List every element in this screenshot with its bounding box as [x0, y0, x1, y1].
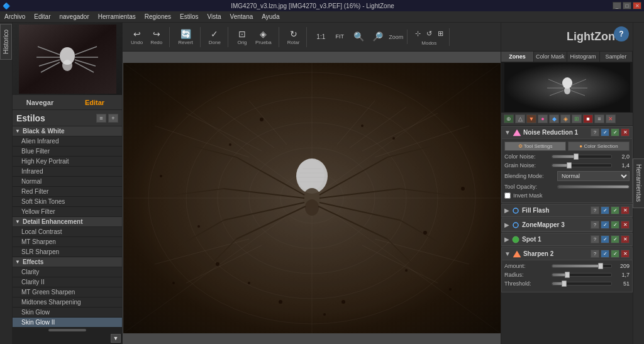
minimize-button[interactable]: _	[613, 2, 621, 9]
selection-btn[interactable]: ⊹	[413, 28, 423, 39]
color-selection-tab[interactable]: ● Color Selection	[568, 141, 630, 151]
tool-btn-8[interactable]: ■	[583, 114, 593, 123]
region-btn[interactable]: ⊞	[435, 28, 445, 39]
style-mt-sharpen[interactable]: MT Sharpen	[13, 237, 122, 247]
rotar-button[interactable]: ↻ Rotar	[284, 27, 303, 47]
invert-mask-checkbox[interactable]	[504, 192, 511, 199]
redo-button[interactable]: ↪ Redo	[147, 27, 165, 47]
threshold-slider[interactable]	[552, 282, 612, 286]
zonemapper-show-btn[interactable]: ✓	[611, 221, 619, 229]
spot1-edit-btn[interactable]: ✓	[601, 235, 609, 243]
tool-btn-10[interactable]: ✕	[606, 114, 616, 123]
fill-flash-expand[interactable]: ▶	[504, 207, 509, 214]
spot1-expand[interactable]: ▶	[504, 236, 509, 243]
window-controls[interactable]: _ □ ✕	[613, 2, 641, 9]
menu-estilos[interactable]: Estilos	[178, 13, 200, 20]
tool-btn-9[interactable]: ≡	[594, 114, 604, 123]
fill-flash-delete-btn[interactable]: ✕	[621, 206, 630, 214]
menu-navegador[interactable]: navegador	[57, 13, 91, 20]
menu-ventana[interactable]: Ventana	[228, 13, 255, 20]
prueba-button[interactable]: ◈ Prueba	[252, 27, 275, 47]
category-detail[interactable]: ▼ Detail Enhancement	[13, 217, 122, 227]
tool-settings-tab[interactable]: ⚙ Tool Settings	[504, 141, 566, 151]
tool-btn-5[interactable]: ◆	[549, 114, 559, 123]
color-noise-slider[interactable]	[552, 155, 612, 158]
style-clarity[interactable]: Clarity	[13, 267, 122, 277]
zoom-in-button[interactable]: 🔎	[369, 30, 386, 44]
menu-regiones[interactable]: Regiones	[143, 13, 173, 20]
zoom-1to1-button[interactable]: 1:1	[312, 31, 330, 43]
tab-editar[interactable]: Editar	[67, 95, 122, 109]
menu-editar[interactable]: Editar	[32, 13, 52, 20]
fill-flash-info-btn[interactable]: ?	[591, 206, 599, 214]
rotate-tool-btn[interactable]: ↺	[424, 28, 434, 39]
noise-reduction-info-btn[interactable]: ?	[591, 128, 599, 136]
noise-reduction-show-btn[interactable]: ✓	[611, 128, 619, 136]
sharpen2-expand[interactable]: ▼	[504, 250, 511, 257]
revert-button[interactable]: 🔄 Revert	[175, 27, 196, 47]
style-high-key-portrait[interactable]: High Key Portrait	[13, 157, 122, 167]
spot1-info-btn[interactable]: ?	[591, 235, 599, 243]
tool-btn-1[interactable]: ⊕	[504, 114, 514, 123]
tab-sampler[interactable]: Sampler	[600, 52, 633, 62]
tool-btn-2[interactable]: △	[515, 114, 525, 123]
fill-flash-show-btn[interactable]: ✓	[611, 206, 619, 214]
noise-reduction-expand[interactable]: ▼	[504, 129, 511, 136]
spot1-delete-btn[interactable]: ✕	[621, 235, 630, 243]
styles-list[interactable]: ▼ Black & White Alien Infrared Blue Filt…	[13, 126, 122, 328]
style-skin-glow-ii[interactable]: Skin Glow II	[13, 318, 122, 328]
tool-btn-3[interactable]: ▼	[526, 114, 536, 123]
noise-reduction-edit-btn[interactable]: ✓	[601, 128, 609, 136]
radius-slider[interactable]	[552, 273, 612, 277]
herramientas-label[interactable]: Herramientas	[633, 158, 644, 208]
sharpen2-info-btn[interactable]: ?	[591, 250, 599, 258]
style-skin-glow[interactable]: Skin Glow	[13, 308, 122, 318]
style-alien-infrared[interactable]: Alien Infrared	[13, 136, 122, 147]
menu-vista[interactable]: Vista	[206, 13, 223, 20]
scroll-down-btn[interactable]: ▼	[111, 334, 121, 343]
sidebar-tab-historico[interactable]: Historico	[0, 24, 12, 60]
blending-mode-select[interactable]: Normal	[557, 171, 630, 181]
tool-fill-flash-header[interactable]: ▶ Fill Flash ? ✓ ✓ ✕	[502, 204, 632, 217]
tab-zones[interactable]: Zones	[501, 52, 534, 62]
zonemapper-info-btn[interactable]: ?	[591, 221, 599, 229]
style-mt-green-sharpen[interactable]: MT Green Sharpen	[13, 287, 122, 297]
amount-slider[interactable]	[552, 264, 612, 268]
style-normal[interactable]: Normal	[13, 177, 122, 187]
tool-noise-reduction-header[interactable]: ▼ Noise Reduction 1 ? ✓ ✓ ✕	[502, 126, 632, 139]
tool-btn-7[interactable]: ⊞	[572, 114, 582, 123]
style-midtones-sharpening[interactable]: Midtones Sharpening	[13, 297, 122, 308]
grain-noise-slider[interactable]	[552, 164, 612, 167]
undo-button[interactable]: ↩ Undo	[128, 27, 146, 47]
style-clarity-ii[interactable]: Clarity II	[13, 277, 122, 287]
style-local-contrast[interactable]: Local Contrast	[13, 227, 122, 237]
close-button[interactable]: ✕	[633, 2, 641, 9]
style-blue-filter[interactable]: Blue Filter	[13, 147, 122, 157]
style-soft-skin-tones[interactable]: Soft Skin Tones	[13, 197, 122, 207]
sharpen2-delete-btn[interactable]: ✕	[621, 250, 630, 258]
zonemapper-delete-btn[interactable]: ✕	[621, 221, 630, 229]
maximize-button[interactable]: □	[623, 2, 631, 9]
style-yellow-filter[interactable]: Yellow Filter	[13, 207, 122, 217]
tool-btn-6[interactable]: ◈	[560, 114, 570, 123]
zonemapper-edit-btn[interactable]: ✓	[601, 221, 609, 229]
help-button[interactable]: ?	[614, 26, 629, 42]
menu-herramientas[interactable]: Herramientas	[96, 13, 138, 20]
tool-sharpen2-header[interactable]: ▼ Sharpen 2 ? ✓ ✓ ✕	[502, 248, 632, 260]
tab-color-mask[interactable]: Color Mask	[534, 52, 567, 62]
style-red-filter[interactable]: Red Filter	[13, 187, 122, 197]
style-infrared[interactable]: Infrared	[13, 167, 122, 177]
style-slr-sharpen[interactable]: SLR Sharpen	[13, 247, 122, 257]
styles-add-btn[interactable]: +	[108, 114, 118, 123]
sharpen2-edit-btn[interactable]: ✓	[601, 250, 609, 258]
category-bw[interactable]: ▼ Black & White	[13, 126, 122, 136]
zoom-fit-button[interactable]: FIT	[331, 31, 348, 42]
tool-btn-4[interactable]: ●	[538, 114, 548, 123]
tool-spot1-header[interactable]: ▶ Spot 1 ? ✓ ✓ ✕	[502, 233, 632, 246]
sharpen2-show-btn[interactable]: ✓	[611, 250, 619, 258]
fill-flash-edit-btn[interactable]: ✓	[601, 206, 609, 214]
menu-ayuda[interactable]: Ayuda	[260, 13, 281, 20]
tool-zonemapper-header[interactable]: ▶ ZoneMapper 3 ? ✓ ✓ ✕	[502, 219, 632, 231]
category-effects[interactable]: ▼ Effects	[13, 257, 122, 267]
tool-opacity-slider[interactable]	[557, 185, 630, 189]
